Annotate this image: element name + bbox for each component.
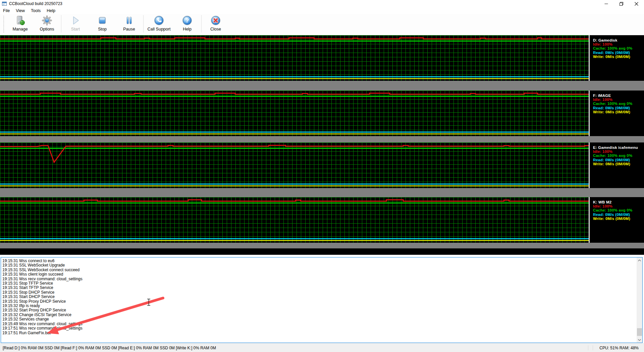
log-line: 19:15:31 Wss recv command: cloud_setting…: [2, 277, 637, 281]
log-line: 19:15:31 Start TFTP Service: [2, 286, 637, 290]
disk-title: F: iMAGE: [593, 94, 644, 98]
minimize-icon: [604, 2, 608, 6]
write-stat: Write: 0M/s (0M/0M): [593, 55, 644, 59]
close-window-button[interactable]: [629, 0, 644, 7]
minimize-button[interactable]: [599, 0, 614, 7]
pause-icon: [124, 15, 135, 26]
disk-stats-e: E: Gamedisk icafemenu Idle: 100% Cache: …: [590, 142, 644, 188]
log-line: 19:15:31 Wss connect to eu6: [2, 259, 637, 263]
title-bar: CCBootCloud build 20250723: [0, 0, 644, 7]
stop-button[interactable]: Stop: [89, 14, 116, 34]
write-stat: Write: 0M/s (0M/0M): [593, 162, 644, 166]
log-line: 19:17:51 Wss recv command: cloud_setting…: [2, 326, 637, 331]
disk-title: D: Gamedisk: [593, 38, 644, 42]
log-line: 19:15:32 Services change: [2, 317, 637, 321]
disk-stats-k: K: WB M2 Idle: 100% Cache: 100% avg 0% R…: [590, 197, 644, 243]
restore-icon: [620, 2, 623, 6]
log-line: 19:15:31 SSL WebSocket connect succeed: [2, 268, 637, 272]
disk-graph-e: [0, 142, 589, 188]
menu-tools[interactable]: Tools: [28, 8, 44, 14]
stop-icon: [97, 15, 108, 26]
log-line: 19:15:31 Stop Proxy DHCP Service: [2, 299, 637, 304]
menu-bar: File View Tools Help: [0, 7, 644, 14]
read-stat: Read: 0M/s (0M/0M): [593, 158, 644, 162]
toolbar-separator: [143, 15, 144, 33]
log-line: 19:17:51 Run GameFix.bat: [2, 331, 637, 335]
cache-stat: Cache: 100% avg 0%: [593, 46, 644, 50]
start-label: Start: [71, 27, 80, 32]
server-globe-icon: [15, 15, 25, 26]
question-icon: ?: [182, 15, 193, 26]
toolbar: Manage: [0, 14, 644, 35]
log-line: 19:15:32 Change iSCSI Target Service: [2, 313, 637, 317]
scrollbar-thumb[interactable]: [637, 328, 642, 336]
disk-graph-k: [0, 197, 589, 243]
manage-button[interactable]: Manage: [7, 14, 34, 34]
ccbootcloud-window: CCBootCloud build 20250723 File View Too…: [0, 0, 644, 352]
write-stat: Write: 0M/s (0M/0M): [593, 110, 644, 114]
disk-title: E: Gamedisk icafemenu: [593, 145, 644, 150]
disk-panel-e: E: Gamedisk icafemenu Idle: 100% Cache: …: [0, 142, 644, 188]
call-support-button[interactable]: Call Support: [144, 14, 174, 34]
cache-stat: Cache: 100% avg 0%: [593, 102, 644, 106]
cache-stat: Cache: 100% avg 0%: [593, 208, 644, 212]
close-red-x-icon: [210, 15, 221, 26]
cpu-ram-status: CPU: 51% RAM: 48%: [599, 346, 639, 350]
log-line: 19:15:49 Wss recv command: cloud_setting…: [2, 322, 637, 326]
help-label: Help: [183, 27, 192, 32]
menu-file[interactable]: File: [0, 8, 13, 14]
log-line: 19:15:31 SSL WebSocket Upgrade: [2, 263, 637, 268]
log-scrollbar[interactable]: [637, 257, 642, 343]
manage-label: Manage: [12, 27, 28, 32]
disk-graphs-section: D: Gamedisk Idle: 100% Cache: 100% avg 0…: [0, 35, 644, 255]
restore-button[interactable]: [614, 0, 629, 7]
disk-io-status: [Read D:] 0% RAM 0M SSD 0M [Read F:] 0% …: [3, 346, 216, 350]
horizontal-separator: [0, 188, 644, 197]
cache-stat: Cache: 100% avg 0%: [593, 154, 644, 158]
app-icon: [2, 1, 7, 6]
log-line: 19:15:31 Stop TFTP Service: [2, 281, 637, 286]
log-area[interactable]: 19:15:31 Wss connect to eu6 19:15:31 SSL…: [1, 257, 643, 343]
statusbar-divider: [588, 345, 588, 350]
log-line: 19:15:32 Start Proxy DHCP Service: [2, 308, 637, 312]
pause-button[interactable]: Pause: [116, 14, 143, 34]
menu-view[interactable]: View: [13, 8, 28, 14]
statusbar-divider: [593, 345, 593, 350]
options-button[interactable]: Options: [34, 14, 60, 34]
toolbar-separator: [61, 15, 61, 33]
disk-graph-f: [0, 91, 589, 136]
scroll-down-icon[interactable]: [637, 337, 642, 343]
empty-panel-strip: [0, 248, 644, 255]
close-icon: [635, 2, 638, 6]
toolbar-separator: [201, 15, 202, 33]
help-button[interactable]: ? Help: [174, 14, 201, 34]
svg-text:?: ?: [185, 17, 189, 24]
read-stat: Read: 0M/s (0M/0M): [593, 51, 644, 55]
log-content: 19:15:31 Wss connect to eu6 19:15:31 SSL…: [1, 257, 637, 343]
status-bar: [Read D:] 0% RAM 0M SSD 0M [Read F:] 0% …: [0, 343, 644, 352]
call-support-label: Call Support: [148, 27, 171, 32]
phone-icon: [154, 15, 164, 26]
disk-stats-f: F: iMAGE Idle: 100% Cache: 100% avg 0% R…: [590, 91, 644, 136]
horizontal-separator: [0, 136, 644, 142]
idle-stat: Idle: 100%: [593, 42, 644, 46]
log-line: 19:15:31 Start DHCP Service: [2, 295, 637, 299]
disk-graph-d: [0, 35, 589, 81]
scroll-up-icon[interactable]: [637, 257, 642, 263]
disk-panel-d: D: Gamedisk Idle: 100% Cache: 100% avg 0…: [0, 35, 644, 81]
options-label: Options: [40, 27, 54, 32]
menu-help[interactable]: Help: [44, 8, 58, 14]
idle-stat: Idle: 100%: [593, 150, 644, 154]
stop-label: Stop: [98, 27, 107, 32]
horizontal-separator: [0, 243, 644, 248]
horizontal-separator: [0, 81, 644, 91]
window-title: CCBootCloud build 20250723: [9, 1, 62, 6]
disk-panel-k: K: WB M2 Idle: 100% Cache: 100% avg 0% R…: [0, 197, 644, 243]
disk-panel-f: F: iMAGE Idle: 100% Cache: 100% avg 0% R…: [0, 91, 644, 136]
read-stat: Read: 0M/s (0M/0M): [593, 213, 644, 217]
log-line: 19:15:31 Wss client login succeed: [2, 272, 637, 277]
idle-stat: Idle: 100%: [593, 204, 644, 208]
close-label: Close: [210, 27, 221, 32]
idle-stat: Idle: 100%: [593, 98, 644, 102]
close-button[interactable]: Close: [202, 14, 229, 34]
